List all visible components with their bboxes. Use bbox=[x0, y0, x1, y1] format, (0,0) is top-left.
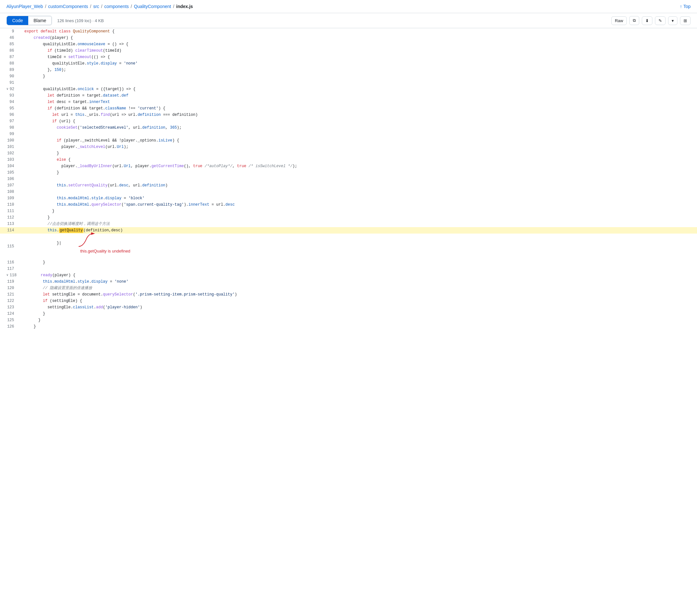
toolbar: Code Blame 126 lines (109 loc) · 4 KB Ra… bbox=[0, 13, 697, 28]
table-row: 103 else { bbox=[0, 156, 697, 163]
line-content: }, 150); bbox=[19, 67, 697, 73]
copy-button[interactable]: ⧉ bbox=[629, 16, 639, 25]
line-content: player._loadByUrlInner(url.Url, player.g… bbox=[19, 163, 697, 169]
breadcrumb-bar: AliyunPlayer_Web / customComponents / sr… bbox=[0, 0, 697, 13]
line-number: 95 bbox=[0, 105, 19, 112]
more-button[interactable]: ▾ bbox=[668, 16, 678, 25]
line-number: 105 bbox=[0, 169, 19, 176]
line-number: 116 bbox=[0, 259, 19, 266]
line-number: 101 bbox=[0, 144, 19, 150]
toolbar-left: Code Blame 126 lines (109 loc) · 4 KB bbox=[6, 16, 104, 25]
line-content: ready(player) { bbox=[22, 272, 697, 279]
copy-icon: ⧉ bbox=[633, 18, 636, 23]
table-row: 125 } bbox=[0, 317, 697, 324]
table-row: 100 if (player._switchLevel && !player._… bbox=[0, 137, 697, 144]
symbols-button[interactable]: ⊞ bbox=[680, 16, 691, 25]
table-row: 116 } bbox=[0, 259, 697, 266]
line-content: } bbox=[19, 208, 697, 214]
line-content: } bbox=[19, 259, 697, 266]
line-content: else { bbox=[19, 156, 697, 163]
line-content: this.setCurrentQuality(url.desc, url.def… bbox=[19, 182, 697, 189]
line-content: created(player) { bbox=[19, 35, 697, 41]
line-content: if (definition && target.className !== '… bbox=[19, 105, 697, 112]
line-number: 125 bbox=[0, 317, 19, 324]
table-row: 91 bbox=[0, 79, 697, 86]
line-number: 94 bbox=[0, 99, 19, 105]
line-content bbox=[19, 176, 697, 182]
line-content: if (settingEle) { bbox=[19, 298, 697, 304]
line-content: let settingEle = document.querySelector(… bbox=[19, 291, 697, 298]
download-icon: ⬇ bbox=[645, 18, 649, 23]
table-row: 90 } bbox=[0, 73, 697, 79]
line-number: 114 bbox=[0, 227, 19, 234]
breadcrumb-link-src[interactable]: src bbox=[93, 4, 99, 9]
breadcrumb-link-components[interactable]: components bbox=[104, 4, 129, 9]
edit-button[interactable]: ✎ bbox=[655, 16, 666, 25]
line-number: 99 bbox=[0, 131, 19, 137]
table-row: 106 bbox=[0, 176, 697, 182]
table-row: 119 this.modalHtml.style.display = 'none… bbox=[0, 279, 697, 285]
code-tab[interactable]: Code bbox=[7, 16, 28, 25]
blame-tab[interactable]: Blame bbox=[28, 16, 52, 25]
line-number: ∨118 bbox=[0, 272, 22, 279]
arrow-up-icon: ↑ bbox=[680, 4, 682, 9]
line-number: 103 bbox=[0, 156, 19, 163]
line-number: 121 bbox=[0, 291, 19, 298]
line-number: 93 bbox=[0, 92, 19, 99]
line-content: qualityListEle.onclick = ({target}) => { bbox=[19, 86, 697, 92]
table-row: 112 } bbox=[0, 214, 697, 221]
line-number: 117 bbox=[0, 266, 19, 272]
line-number: 106 bbox=[0, 176, 19, 182]
table-row: 96 let url = this._urls.find(url => url.… bbox=[0, 112, 697, 118]
line-number: 89 bbox=[0, 67, 19, 73]
line-number: 100 bbox=[0, 137, 19, 144]
line-content: timeId = setTimeout(() => { bbox=[19, 54, 697, 60]
line-content bbox=[19, 79, 697, 86]
table-row: 87 timeId = setTimeout(() => { bbox=[0, 54, 697, 60]
symbols-icon: ⊞ bbox=[683, 18, 687, 23]
line-content: this.getQuality(definition,desc) bbox=[19, 227, 697, 234]
breadcrumb: AliyunPlayer_Web / customComponents / sr… bbox=[6, 4, 193, 9]
table-row: 99 bbox=[0, 131, 697, 137]
line-content: //点击切换清晰度时，调用这个方法 bbox=[19, 221, 697, 227]
toolbar-right: Raw ⧉ ⬇ ✎ ▾ ⊞ bbox=[611, 16, 691, 25]
table-row: 114 this.getQuality(definition,desc) bbox=[0, 227, 697, 234]
line-content: } bbox=[19, 317, 697, 324]
table-row: 122 if (settingEle) { bbox=[0, 298, 697, 304]
line-number: 115 bbox=[0, 234, 19, 259]
line-number: 108 bbox=[0, 189, 19, 195]
code-annotation: this.getQuality is undefined bbox=[77, 232, 130, 254]
line-number: 88 bbox=[0, 60, 19, 67]
annotation-label: this.getQuality is undefined bbox=[80, 248, 130, 254]
download-button[interactable]: ⬇ bbox=[642, 16, 652, 25]
code-container: 9 export default class QualityComponent … bbox=[0, 28, 697, 330]
table-row: 115 }| this.getQuality is undefined bbox=[0, 234, 697, 259]
line-content bbox=[19, 189, 697, 195]
table-row: 111 } bbox=[0, 208, 697, 214]
line-content: this.modalHtml.style.display = 'block' bbox=[19, 195, 697, 201]
table-row: 88 qualityListEle.style.display = 'none' bbox=[0, 60, 697, 67]
breadcrumb-link-custom[interactable]: customComponents bbox=[48, 4, 88, 9]
file-meta: 126 lines (109 loc) · 4 KB bbox=[57, 18, 104, 23]
table-row: 105 } bbox=[0, 169, 697, 176]
raw-button[interactable]: Raw bbox=[611, 16, 627, 25]
table-row: 126 } bbox=[0, 324, 697, 330]
line-content: qualityListEle.onmouseleave = () => { bbox=[19, 41, 697, 47]
table-row: 46 created(player) { bbox=[0, 35, 697, 41]
fold-icon[interactable]: ∨ bbox=[6, 272, 8, 279]
top-link[interactable]: ↑ Top bbox=[680, 4, 691, 9]
line-content: if (player._switchLevel && !player._opti… bbox=[19, 137, 697, 144]
breadcrumb-link-quality[interactable]: QualityComponent bbox=[134, 4, 171, 9]
line-number: 123 bbox=[0, 304, 19, 311]
top-link-label: Top bbox=[683, 4, 691, 9]
breadcrumb-link-repo[interactable]: AliyunPlayer_Web bbox=[6, 4, 43, 9]
table-row: 86 if (timeId) clearTimeout(timeId) bbox=[0, 47, 697, 54]
fold-icon[interactable]: ∨ bbox=[6, 86, 8, 92]
table-row: 109 this.modalHtml.style.display = 'bloc… bbox=[0, 195, 697, 201]
breadcrumb-current-file: index.js bbox=[176, 4, 193, 9]
line-number: 124 bbox=[0, 311, 19, 317]
line-number: 96 bbox=[0, 112, 19, 118]
breadcrumb-sep-2: / bbox=[90, 4, 91, 9]
pencil-icon: ✎ bbox=[658, 18, 662, 23]
line-number: 110 bbox=[0, 201, 19, 208]
